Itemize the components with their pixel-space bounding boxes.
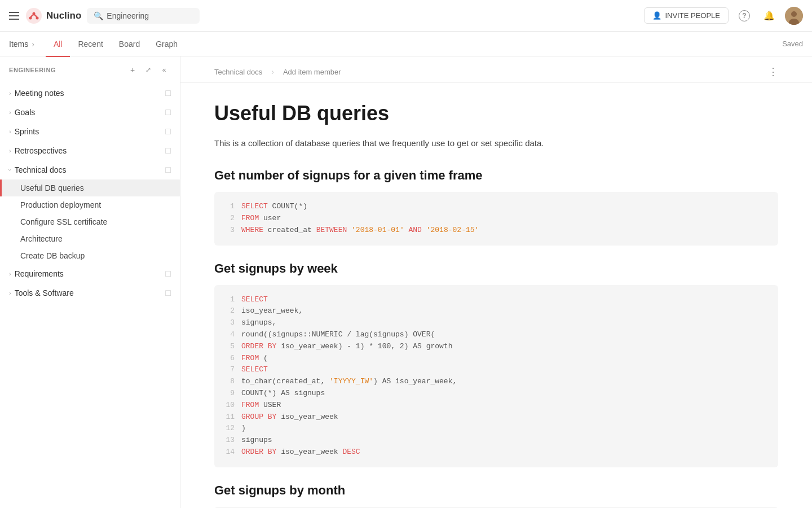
- search-bar[interactable]: 🔍 Engineering: [87, 8, 200, 24]
- tab-all[interactable]: All: [46, 32, 70, 57]
- search-icon: 🔍: [94, 11, 103, 20]
- help-icon: ?: [739, 10, 750, 21]
- collapse-icon: «: [162, 66, 166, 74]
- sidebar-item-meeting-notes[interactable]: › Meeting notes □: [0, 84, 180, 103]
- logo[interactable]: Nuclino: [25, 7, 81, 25]
- chevron-right-icon: ›: [9, 270, 11, 277]
- section-title-signups-week: Get signups by week: [214, 261, 778, 276]
- checkbox-icon: □: [165, 165, 171, 175]
- sidebar-item-create-db-backup[interactable]: Create DB backup: [0, 247, 180, 264]
- tab-board[interactable]: Board: [111, 32, 148, 57]
- checkbox-icon: □: [165, 126, 171, 137]
- sidebar-item-tools-software[interactable]: › Tools & Software □: [0, 283, 180, 303]
- svg-point-1: [29, 16, 32, 19]
- breadcrumb: Items ›: [9, 40, 34, 49]
- chevron-down-icon: ›: [7, 169, 14, 171]
- svg-point-5: [791, 11, 797, 17]
- plus-icon: +: [130, 65, 135, 75]
- hamburger-menu[interactable]: [9, 12, 19, 20]
- sidebar-item-goals[interactable]: › Goals □: [0, 103, 180, 122]
- invite-label: INVITE PEOPLE: [665, 11, 720, 20]
- breadcrumb-chevron: ›: [32, 40, 34, 49]
- doc-breadcrumb[interactable]: Technical docs: [214, 68, 262, 76]
- add-item-member-button[interactable]: Add item member: [283, 68, 341, 76]
- chevron-right-icon: ›: [9, 128, 11, 135]
- checkbox-icon: □: [165, 88, 171, 98]
- breadcrumb-separator: ›: [271, 67, 274, 76]
- checkbox-icon: □: [165, 269, 171, 279]
- svg-point-3: [33, 12, 36, 15]
- sidebar-item-architecture[interactable]: Architecture: [0, 230, 180, 247]
- sidebar-section-title: ENGINEERING: [9, 67, 121, 73]
- sidebar-item-retrospectives[interactable]: › Retrospectives □: [0, 141, 180, 160]
- expand-sidebar-button[interactable]: ⤢: [142, 63, 155, 77]
- collapse-sidebar-button[interactable]: «: [157, 63, 171, 77]
- notifications-button[interactable]: 🔔: [760, 7, 778, 25]
- chevron-right-icon: ›: [9, 109, 11, 116]
- doc-description: This is a collection of database queries…: [214, 137, 778, 150]
- sidebar-item-technical-docs[interactable]: › Technical docs □: [0, 160, 180, 179]
- sidebar-item-useful-db-queries[interactable]: Useful DB queries: [0, 179, 180, 196]
- expand-icon: ⤢: [145, 66, 151, 74]
- svg-point-0: [26, 8, 42, 24]
- sidebar-item-production-deployment[interactable]: Production deployment: [0, 196, 180, 213]
- add-item-button[interactable]: +: [126, 63, 139, 77]
- checkbox-icon: □: [165, 107, 171, 117]
- more-icon: ⋮: [768, 66, 778, 77]
- invite-icon: 👤: [652, 11, 661, 20]
- doc-title: Useful DB queries: [214, 101, 778, 125]
- code-block-signups-timeframe: 1 SELECT COUNT(*) 2 FROM user 3 WHERE cr…: [214, 192, 778, 245]
- help-button[interactable]: ?: [735, 7, 753, 25]
- search-text: Engineering: [107, 11, 149, 20]
- section-title-signups-timeframe: Get number of signups for a given time f…: [214, 168, 778, 183]
- chevron-right-icon: ›: [9, 290, 11, 296]
- section-title-signups-month: Get signups by month: [214, 483, 778, 498]
- invite-people-button[interactable]: 👤 INVITE PEOPLE: [644, 7, 729, 24]
- logo-text: Nuclino: [46, 10, 81, 21]
- saved-status: Saved: [782, 40, 803, 48]
- bell-icon: 🔔: [764, 10, 775, 21]
- items-link[interactable]: Items: [9, 40, 28, 49]
- sidebar-item-requirements[interactable]: › Requirements □: [0, 264, 180, 283]
- sidebar-item-sprints[interactable]: › Sprints □: [0, 122, 180, 141]
- more-options-button[interactable]: ⋮: [768, 65, 778, 78]
- avatar[interactable]: [785, 7, 803, 25]
- sidebar-item-configure-ssl[interactable]: Configure SSL certificate: [0, 213, 180, 230]
- tab-recent[interactable]: Recent: [70, 32, 111, 57]
- chevron-right-icon: ›: [9, 90, 11, 97]
- checkbox-icon: □: [165, 146, 171, 156]
- svg-point-2: [36, 16, 39, 19]
- code-block-signups-week: 1SELECT 2 iso_year_week, 3 signups, 4 ro…: [214, 285, 778, 467]
- chevron-right-icon: ›: [9, 147, 11, 154]
- tab-graph[interactable]: Graph: [148, 32, 186, 57]
- checkbox-icon: □: [165, 288, 171, 298]
